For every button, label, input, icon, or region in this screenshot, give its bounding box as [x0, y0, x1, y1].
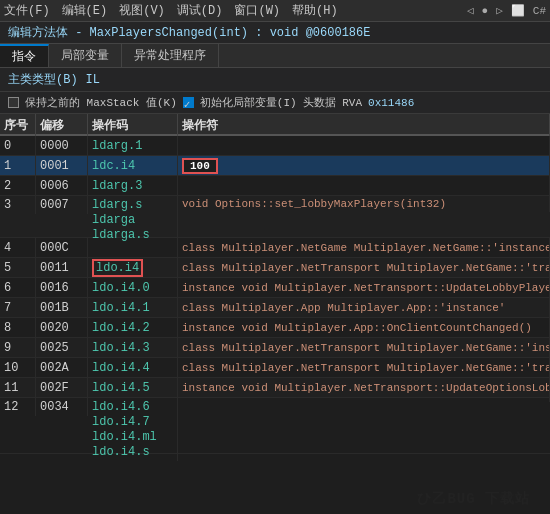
main-type-label: 主类类型(B)	[8, 71, 78, 88]
cell-operand: class Multiplayer.NetGame Multiplayer.Ne…	[178, 238, 550, 257]
table-row[interactable]: 4 000C class Multiplayer.NetGame Multipl…	[0, 238, 550, 258]
cell-opcode	[88, 238, 178, 257]
table-row[interactable]: 1 0001 ldc.i4 100	[0, 156, 550, 176]
menubar: 文件(F) 编辑(E) 视图(V) 调试(D) 窗口(W) 帮助(H) ◁ ● …	[0, 0, 550, 22]
menu-help[interactable]: 帮助(H)	[292, 2, 338, 19]
table-row[interactable]: 8 0020 ldo.i4.2 instance void Multiplaye…	[0, 318, 550, 338]
play-icon[interactable]: ▷	[496, 4, 503, 17]
cell-opcode: ldo.i4.2	[88, 318, 178, 337]
menu-file[interactable]: 文件(F)	[4, 2, 50, 19]
cell-opcode: ldo.i4.5	[88, 378, 178, 397]
cell-operand	[178, 398, 550, 402]
cell-offset: 002F	[36, 378, 88, 397]
cell-seq: 8	[0, 318, 36, 337]
highlighted-opcode: ldo.i4	[92, 259, 143, 277]
table-row[interactable]: 12 0034 ldo.i4.6 ldo.i4.7 ldo.i4.ml ldo.…	[0, 398, 550, 454]
cell-seq: 4	[0, 238, 36, 257]
cell-seq: 11	[0, 378, 36, 397]
table-row[interactable]: 11 002F ldo.i4.5 instance void Multiplay…	[0, 378, 550, 398]
cell-opcode: ldo.i4	[88, 258, 178, 277]
cell-offset: 0034	[36, 398, 88, 416]
cell-operand	[178, 136, 550, 155]
record-icon[interactable]: ●	[482, 5, 489, 17]
cell-opcode: ldo.i4.6 ldo.i4.7 ldo.i4.ml ldo.i4.s	[88, 398, 178, 461]
tab-instructions[interactable]: 指令	[0, 44, 49, 67]
col-opcode: 操作码	[88, 114, 178, 137]
cell-offset: 0001	[36, 156, 88, 175]
table-row[interactable]: 3 0007 ldarg.s ldarga ldarga.s void Opti…	[0, 196, 550, 238]
col-seq: 序号	[0, 114, 36, 137]
cell-offset: 001B	[36, 298, 88, 317]
cell-seq: 7	[0, 298, 36, 317]
col-operand: 操作符	[178, 114, 550, 137]
menu-edit[interactable]: 编辑(E)	[62, 2, 108, 19]
cell-operand: class Multiplayer.NetTransport Multiplay…	[178, 338, 550, 357]
cell-offset: 0025	[36, 338, 88, 357]
cell-offset: 0000	[36, 136, 88, 155]
menu-window[interactable]: 窗口(W)	[234, 2, 280, 19]
init-label: 初始化局部变量(I)	[200, 95, 297, 110]
cell-operand: instance void Multiplayer.App::OnClientC…	[178, 318, 550, 337]
cell-offset: 0006	[36, 176, 88, 195]
cell-operand: instance void Multiplayer.NetTransport::…	[178, 278, 550, 297]
editor-header: 编辑方法体 - MaxPlayersChanged(int) : void @0…	[0, 22, 550, 44]
cell-operand: class Multiplayer.App Multiplayer.App::'…	[178, 298, 550, 317]
cell-operand: class Multiplayer.NetTransport Multiplay…	[178, 358, 550, 377]
csharp-label: C#	[533, 5, 546, 17]
cell-seq: 5	[0, 258, 36, 277]
cell-offset: 0020	[36, 318, 88, 337]
options-row-1: 主类类型(B) IL	[0, 68, 550, 92]
cell-operand: void Options::set_lobbyMaxPlayers(int32)	[178, 196, 550, 212]
table-row[interactable]: 6 0016 ldo.i4.0 instance void Multiplaye…	[0, 278, 550, 298]
cell-opcode: ldo.i4.4	[88, 358, 178, 377]
cell-offset: 0011	[36, 258, 88, 277]
maxstack-label: 保持之前的 MaxStack 值(K)	[25, 95, 177, 110]
cell-seq: 0	[0, 136, 36, 155]
maxstack-checkbox[interactable]	[8, 97, 19, 108]
options-row-2: 保持之前的 MaxStack 值(K) ✓ 初始化局部变量(I) 头数据 RVA…	[0, 92, 550, 114]
cell-opcode: ldarg.3	[88, 176, 178, 195]
back-icon[interactable]: ◁	[467, 4, 474, 17]
cell-opcode: ldarg.1	[88, 136, 178, 155]
cell-offset: 0007	[36, 196, 88, 214]
main-type-value: IL	[86, 73, 100, 87]
tab-exception-handlers[interactable]: 异常处理程序	[122, 44, 219, 67]
header-rva-value: 0x11486	[368, 97, 414, 109]
header-rva-label: 头数据 RVA	[303, 95, 362, 110]
cell-opcode: ldc.i4	[88, 156, 178, 175]
cell-opcode: ldo.i4.1	[88, 298, 178, 317]
cell-offset: 002A	[36, 358, 88, 377]
table-row[interactable]: 10 002A ldo.i4.4 class Multiplayer.NetTr…	[0, 358, 550, 378]
cell-operand: 100	[178, 156, 550, 175]
cell-offset: 0016	[36, 278, 88, 297]
table-row[interactable]: 2 0006 ldarg.3	[0, 176, 550, 196]
table-row[interactable]: 0 0000 ldarg.1	[0, 136, 550, 156]
col-offset: 偏移	[36, 114, 88, 137]
highlighted-value: 100	[182, 158, 218, 174]
table-header: 序号 偏移 操作码 操作符	[0, 114, 550, 136]
cell-seq: 1	[0, 156, 36, 175]
tab-local-vars[interactable]: 局部变量	[49, 44, 122, 67]
editor-title: 编辑方法体 - MaxPlayersChanged(int) : void @0…	[8, 24, 370, 41]
tabs-bar: 指令 局部变量 异常处理程序	[0, 44, 550, 68]
table-row[interactable]: 5 0011 ldo.i4 class Multiplayer.NetTrans…	[0, 258, 550, 278]
cell-seq: 2	[0, 176, 36, 195]
cell-seq: 10	[0, 358, 36, 377]
cell-operand: class Multiplayer.NetTransport Multiplay…	[178, 258, 550, 277]
cell-operand: instance void Multiplayer.NetTransport::…	[178, 378, 550, 397]
cell-seq: 6	[0, 278, 36, 297]
cell-offset: 000C	[36, 238, 88, 257]
cell-opcode: ldo.i4.3	[88, 338, 178, 357]
cell-seq: 9	[0, 338, 36, 357]
menu-debug[interactable]: 调试(D)	[177, 2, 223, 19]
init-checkbox[interactable]: ✓	[183, 97, 194, 108]
cell-opcode: ldo.i4.0	[88, 278, 178, 297]
watermark: ひ乙BUG 下载站	[417, 485, 530, 510]
table-row[interactable]: 7 001B ldo.i4.1 class Multiplayer.App Mu…	[0, 298, 550, 318]
menu-view[interactable]: 视图(V)	[119, 2, 165, 19]
stop-icon[interactable]: ⬜	[511, 4, 525, 17]
cell-seq: 3	[0, 196, 36, 214]
toolbar-right: ◁ ● ▷ ⬜ C#	[467, 4, 546, 17]
cell-seq: 12	[0, 398, 36, 416]
table-row[interactable]: 9 0025 ldo.i4.3 class Multiplayer.NetTra…	[0, 338, 550, 358]
